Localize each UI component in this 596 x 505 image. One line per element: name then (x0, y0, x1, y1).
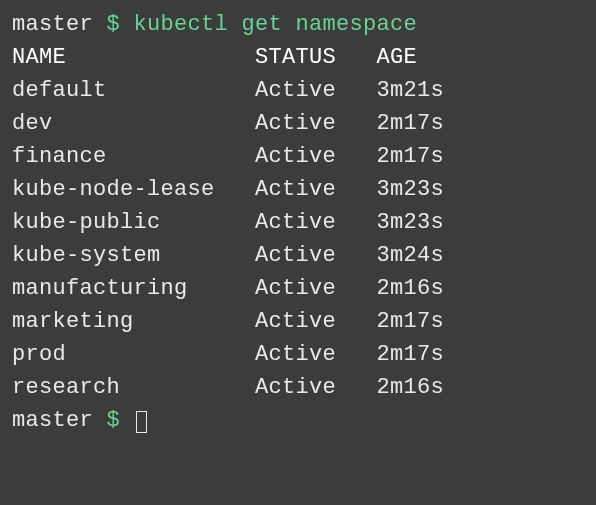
table-row: kube-node-lease Active 3m23s (12, 173, 584, 206)
cell-status: Active (255, 144, 377, 169)
cell-name: manufacturing (12, 276, 255, 301)
cell-age: 3m21s (377, 78, 445, 103)
table-header-row: NAME STATUS AGE (12, 41, 584, 74)
cell-name: finance (12, 144, 255, 169)
prompt-host: master (12, 408, 93, 433)
table-row: finance Active 2m17s (12, 140, 584, 173)
table-row: marketing Active 2m17s (12, 305, 584, 338)
table-row: default Active 3m21s (12, 74, 584, 107)
cell-name: kube-node-lease (12, 177, 255, 202)
cell-name: kube-public (12, 210, 255, 235)
prompt-symbol: $ (107, 408, 121, 433)
cell-age: 3m24s (377, 243, 445, 268)
cell-name: research (12, 375, 255, 400)
cell-status: Active (255, 276, 377, 301)
cell-status: Active (255, 111, 377, 136)
terminal-output: master $ kubectl get namespace NAME STAT… (12, 8, 584, 437)
table-row: kube-system Active 3m24s (12, 239, 584, 272)
command-line: master $ kubectl get namespace (12, 8, 584, 41)
cell-status: Active (255, 342, 377, 367)
cell-name: default (12, 78, 255, 103)
col-header-name: NAME (12, 45, 255, 70)
table-row: kube-public Active 3m23s (12, 206, 584, 239)
cell-status: Active (255, 78, 377, 103)
cell-age: 3m23s (377, 210, 445, 235)
prompt-host: master (12, 12, 93, 37)
col-header-age: AGE (377, 45, 418, 70)
cell-status: Active (255, 309, 377, 334)
col-header-status: STATUS (255, 45, 377, 70)
cell-age: 2m17s (377, 111, 445, 136)
cell-name: prod (12, 342, 255, 367)
cell-age: 2m17s (377, 144, 445, 169)
table-row: prod Active 2m17s (12, 338, 584, 371)
cell-age: 2m17s (377, 309, 445, 334)
cell-status: Active (255, 375, 377, 400)
prompt-line[interactable]: master $ (12, 404, 584, 437)
cell-age: 2m17s (377, 342, 445, 367)
cell-status: Active (255, 243, 377, 268)
cell-status: Active (255, 177, 377, 202)
cell-name: marketing (12, 309, 255, 334)
cell-name: kube-system (12, 243, 255, 268)
prompt-symbol: $ (107, 12, 121, 37)
table-row: dev Active 2m17s (12, 107, 584, 140)
table-row: research Active 2m16s (12, 371, 584, 404)
command-text: kubectl get namespace (134, 12, 418, 37)
cell-status: Active (255, 210, 377, 235)
cell-age: 2m16s (377, 375, 445, 400)
table-row: manufacturing Active 2m16s (12, 272, 584, 305)
table-body: default Active 3m21sdev Active 2m17sfina… (12, 74, 584, 404)
cursor-icon (136, 411, 147, 433)
cell-name: dev (12, 111, 255, 136)
cell-age: 2m16s (377, 276, 445, 301)
cell-age: 3m23s (377, 177, 445, 202)
